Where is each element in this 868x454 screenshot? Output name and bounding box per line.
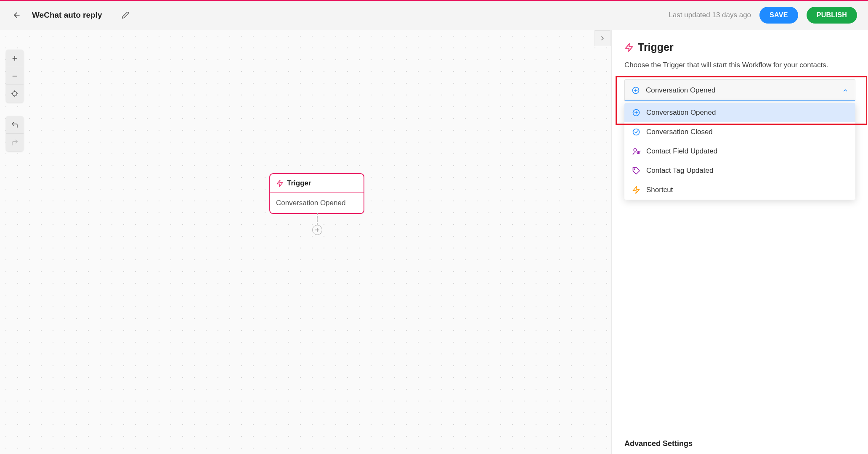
collapse-panel-button[interactable] bbox=[595, 30, 611, 46]
header: WeChat auto reply Last updated 13 days a… bbox=[0, 0, 868, 29]
panel-title: Trigger bbox=[638, 41, 674, 53]
svg-marker-12 bbox=[626, 43, 633, 51]
zoom-out-button[interactable] bbox=[6, 67, 24, 85]
option-label: Conversation Closed bbox=[646, 128, 713, 136]
advanced-settings-link[interactable]: Advanced Settings bbox=[624, 439, 693, 448]
trigger-node-header: Trigger bbox=[270, 174, 364, 193]
trigger-dropdown-menu: Conversation Opened Conversation Closed … bbox=[624, 103, 855, 200]
bolt-icon bbox=[632, 186, 640, 194]
option-label: Conversation Opened bbox=[646, 108, 716, 117]
undo-controls bbox=[6, 116, 24, 151]
svg-point-21 bbox=[634, 169, 635, 169]
edit-title-button[interactable] bbox=[119, 9, 131, 21]
arrow-left-icon bbox=[13, 11, 21, 19]
trigger-node-body: Conversation Opened bbox=[270, 193, 364, 213]
connector-line bbox=[317, 213, 318, 225]
svg-marker-9 bbox=[277, 180, 283, 187]
trigger-dropdown-toggle[interactable]: Conversation Opened bbox=[624, 79, 855, 101]
option-contact-tag-updated[interactable]: Contact Tag Updated bbox=[624, 161, 855, 180]
center-button[interactable] bbox=[6, 85, 24, 103]
chevron-up-icon bbox=[842, 87, 848, 93]
plus-circle-icon bbox=[632, 86, 640, 95]
option-conversation-closed[interactable]: Conversation Closed bbox=[624, 122, 855, 142]
header-right: Last updated 13 days ago SAVE PUBLISH bbox=[669, 7, 857, 24]
trigger-node[interactable]: Trigger Conversation Opened bbox=[269, 173, 364, 214]
target-icon bbox=[11, 90, 19, 98]
last-updated-text: Last updated 13 days ago bbox=[669, 11, 751, 19]
right-panel: Trigger Choose the Trigger that will sta… bbox=[611, 30, 868, 454]
trigger-node-title: Trigger bbox=[287, 179, 311, 187]
option-shortcut[interactable]: Shortcut bbox=[624, 180, 855, 200]
option-label: Contact Tag Updated bbox=[646, 166, 713, 175]
svg-point-4 bbox=[13, 92, 17, 96]
trigger-dropdown-selected-label: Conversation Opened bbox=[646, 86, 836, 95]
plus-icon bbox=[11, 55, 18, 62]
option-label: Contact Field Updated bbox=[646, 147, 717, 156]
chevron-right-icon bbox=[599, 35, 606, 42]
header-left: WeChat auto reply bbox=[11, 9, 131, 21]
panel-header: Trigger bbox=[624, 41, 855, 53]
svg-point-19 bbox=[633, 129, 640, 135]
svg-point-20 bbox=[634, 148, 637, 151]
panel-description: Choose the Trigger that will start this … bbox=[624, 61, 855, 69]
redo-button[interactable] bbox=[6, 134, 24, 151]
zoom-controls bbox=[6, 50, 24, 103]
undo-button[interactable] bbox=[6, 116, 24, 134]
check-circle-icon bbox=[632, 128, 640, 136]
option-contact-field-updated[interactable]: Contact Field Updated bbox=[624, 142, 855, 161]
add-step-button[interactable] bbox=[312, 225, 322, 235]
pencil-icon bbox=[122, 11, 129, 19]
undo-icon bbox=[11, 121, 19, 129]
trigger-dropdown: Conversation Opened Conversation Opened … bbox=[624, 79, 855, 101]
tag-icon bbox=[632, 166, 640, 175]
workflow-title: WeChat auto reply bbox=[32, 11, 102, 20]
zoom-in-button[interactable] bbox=[6, 50, 24, 67]
svg-marker-22 bbox=[633, 187, 640, 194]
user-edit-icon bbox=[632, 147, 640, 156]
option-label: Shortcut bbox=[646, 186, 673, 194]
plus-circle-icon bbox=[632, 108, 640, 117]
minus-icon bbox=[11, 73, 18, 79]
bolt-icon bbox=[276, 179, 284, 187]
bolt-icon bbox=[624, 43, 634, 52]
option-conversation-opened[interactable]: Conversation Opened bbox=[624, 103, 855, 122]
plus-icon bbox=[314, 227, 320, 233]
publish-button[interactable]: PUBLISH bbox=[807, 7, 857, 24]
redo-icon bbox=[11, 139, 19, 146]
save-button[interactable]: SAVE bbox=[759, 7, 798, 24]
back-button[interactable] bbox=[11, 9, 23, 21]
